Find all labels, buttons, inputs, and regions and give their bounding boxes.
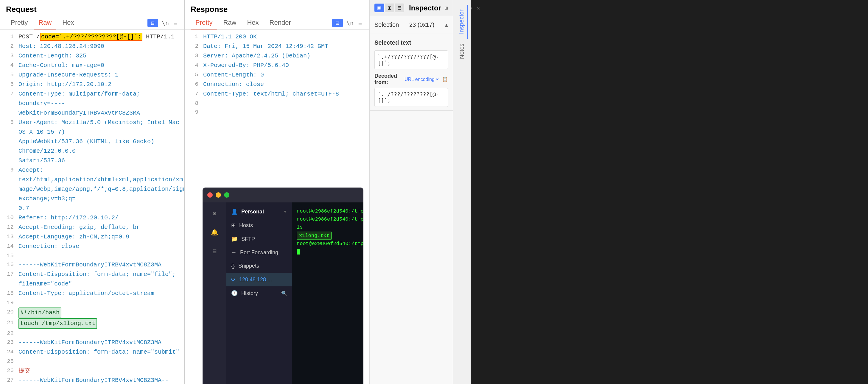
table-row: 26 提交 — [5, 366, 180, 376]
decoded-encoding-select[interactable]: URL encoding — [403, 76, 440, 82]
decoded-from-row: Decoded from: URL encoding 📋 — [374, 73, 448, 86]
terminal-content: root@e2986ef2d540:/tmp# root@e2986ef2d54… — [292, 202, 363, 384]
search-icon[interactable]: 🔍 — [281, 291, 287, 296]
decoded-from-label: Decoded from: — [374, 73, 401, 86]
layout-btn-3[interactable]: ☰ — [395, 4, 404, 12]
sidebar-item-hosts[interactable]: ⊞ Hosts — [226, 219, 292, 232]
table-row: text/html,application/xhtml+xml,applicat… — [5, 175, 180, 185]
table-row: 22 — [5, 329, 180, 338]
table-row: 8 — [189, 99, 364, 108]
close-icon[interactable]: ✕ — [475, 4, 481, 12]
tab-hex-response[interactable]: Hex — [242, 17, 263, 29]
sftp-label: SFTP — [241, 236, 255, 242]
terminal-settings-icon[interactable]: ⚙ — [209, 207, 220, 219]
session-label: 120.48.128.... — [239, 277, 272, 283]
terminal-titlebar — [203, 188, 363, 202]
request-tab-actions: ⊟ \n ≡ — [148, 18, 179, 28]
table-row: 2 Date: Fri, 15 Mar 2024 12:49:42 GMT — [189, 42, 364, 51]
table-row: 25 — [5, 357, 180, 366]
response-format-btn[interactable]: ⊟ — [332, 19, 343, 27]
minimize-button[interactable] — [216, 192, 221, 198]
table-row: 14 Connection: close — [5, 242, 180, 251]
request-panel: Request Pretty Raw Hex ⊟ \n ≡ 1 POST /co… — [0, 0, 185, 384]
table-row: 10 Referer: http://172.20.10.2/ — [5, 213, 180, 223]
inspector-tab[interactable]: Inspector — [456, 5, 468, 39]
table-row: 5 Upgrade-Insecure-Requests: 1 — [5, 70, 180, 80]
port-forwarding-icon: → — [231, 250, 237, 256]
list-item: root@e2986ef2d540:/tmp# ls — [297, 215, 359, 231]
table-row: 20 #!/bin/bash — [5, 308, 180, 318]
table-row: 9 — [189, 108, 364, 117]
table-row: 6 Origin: http://172.20.10.2 — [5, 80, 180, 89]
table-row: 7 Content-Type: text/html; charset=UTF-8 — [189, 89, 364, 99]
sidebar-item-sftp[interactable]: 📁 SFTP — [226, 232, 292, 246]
selected-text-value: `.+/???/????????[@-[]`; — [374, 50, 448, 69]
right-sidebar: Inspector Notes — [453, 0, 471, 384]
table-row: 23 ------WebKitFormBoundaryITRBV4xvtMC8Z… — [5, 338, 180, 347]
history-label: History — [241, 290, 258, 296]
table-row: mage/webp,image/apng,*/*;q=0.8,applicati… — [5, 185, 180, 203]
selection-collapse-btn[interactable]: ▲ — [445, 22, 448, 28]
maximize-button[interactable] — [224, 192, 229, 198]
request-wrap-btn[interactable]: \n — [160, 18, 170, 28]
layout-btn-1[interactable]: ▣ — [374, 4, 384, 12]
response-panel: Response Pretty Raw Hex Render ⊟ \n ≡ 1 … — [185, 0, 369, 384]
selected-text-row: Selected text — [374, 37, 448, 48]
inspector-panel: ▣ ⊞ ☰ Inspector ⊞ ≡ ↕ ⚙ ✕ Selection 23 (… — [369, 0, 453, 384]
inspector-selection-section: Selection 23 (0x17) ▲ — [370, 16, 453, 34]
response-tabs: Pretty Raw Hex Render ⊟ \n ≡ — [185, 14, 369, 30]
request-title: Request — [0, 0, 184, 14]
table-row: 1 HTTP/1.1 200 OK — [189, 32, 364, 42]
response-menu-btn[interactable]: ≡ — [357, 18, 363, 28]
copy-icon[interactable]: 📋 — [442, 76, 448, 82]
table-row: AppleWebKit/537.36 (KHTML, like Gecko) C… — [5, 137, 180, 156]
hosts-label: Hosts — [239, 222, 253, 229]
sidebar-item-active-session[interactable]: ⟳ 120.48.128.... — [226, 273, 292, 286]
table-row: 6 Connection: close — [189, 80, 364, 89]
sidebar-item-personal[interactable]: 👤 Personal ▼ — [226, 205, 292, 219]
inspector-icon-btn1[interactable]: ⊞ — [443, 4, 449, 12]
table-row: 7 Content-Type: multipart/form-data; — [5, 89, 180, 99]
expand-icon: ▼ — [283, 209, 287, 214]
tab-pretty-response[interactable]: Pretty — [191, 17, 217, 29]
tab-raw-response[interactable]: Raw — [218, 17, 241, 29]
response-wrap-btn[interactable]: \n — [345, 18, 355, 28]
terminal-bell-icon[interactable]: 🔔 — [209, 226, 220, 238]
table-row: 4 X-Powered-By: PHP/5.6.40 — [189, 61, 364, 70]
selected-code: code=`.+/???/????????[@-[]`; — [40, 33, 143, 41]
request-format-btn[interactable]: ⊟ — [148, 19, 158, 27]
response-tab-actions: ⊟ \n ≡ — [332, 18, 363, 28]
response-title: Response — [185, 0, 369, 14]
table-row: 12 Accept-Encoding: gzip, deflate, br — [5, 223, 180, 232]
table-row: 1 POST /code=`.+/???/????????[@-[]`; HTT… — [5, 32, 180, 42]
request-tabs: Pretty Raw Hex ⊟ \n ≡ — [0, 14, 184, 30]
table-row: Safari/537.36 — [5, 156, 180, 165]
sidebar-item-history[interactable]: 🕐 History 🔍 — [226, 286, 292, 300]
table-row: 24 Content-Disposition: form-data; name=… — [5, 347, 180, 357]
port-forwarding-label: Port Forwarding — [240, 250, 278, 256]
sidebar-item-port-forwarding[interactable]: → Port Forwarding — [226, 246, 292, 259]
tab-hex-request[interactable]: Hex — [58, 17, 79, 29]
history-icon: 🕐 — [231, 290, 238, 296]
personal-icon: 👤 — [231, 209, 238, 215]
tab-render-response[interactable]: Render — [265, 17, 296, 29]
notes-tab[interactable]: Notes — [456, 39, 468, 64]
table-row: 2 Host: 120.48.128.24:9090 — [5, 42, 180, 51]
layout-btn-2[interactable]: ⊞ — [385, 4, 394, 12]
personal-label: Personal — [241, 209, 264, 215]
inspector-title: Inspector — [409, 4, 441, 12]
tab-raw-request[interactable]: Raw — [34, 17, 56, 29]
table-row: 8 User-Agent: Mozilla/5.0 (Macintosh; In… — [5, 118, 180, 137]
list-item: x1long.txt — [297, 232, 359, 239]
request-menu-btn[interactable]: ≡ — [173, 18, 179, 28]
selected-text-label: Selected text — [374, 39, 411, 46]
terminal-display-icon[interactable]: 🖥 — [209, 245, 220, 257]
inspector-header: ▣ ⊞ ☰ Inspector ⊞ ≡ ↕ ⚙ ✕ — [370, 0, 453, 16]
inspector-selected-text-section: Selected text `.+/???/????????[@-[]`; De… — [370, 34, 453, 111]
hosts-icon: ⊞ — [231, 222, 236, 229]
sidebar-item-snippets[interactable]: {} Snippets — [226, 259, 292, 273]
tab-pretty-request[interactable]: Pretty — [6, 17, 32, 29]
table-row: 16 ------WebKitFormBoundaryITRBV4xvtMC8Z… — [5, 260, 180, 270]
close-button[interactable] — [207, 192, 213, 198]
snippets-icon: {} — [231, 263, 235, 269]
